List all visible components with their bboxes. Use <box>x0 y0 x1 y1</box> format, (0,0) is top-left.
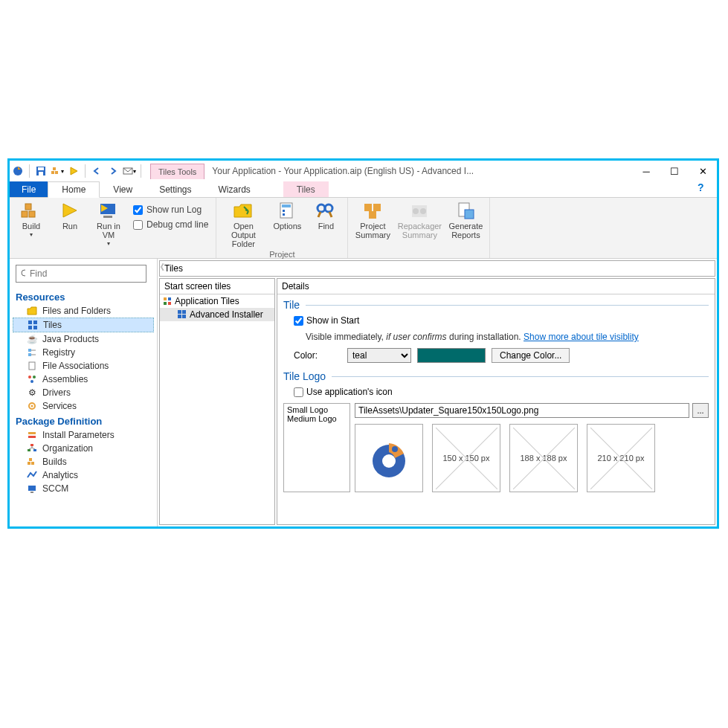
sidebar-item-tiles[interactable]: Tiles <box>13 318 154 332</box>
sidebar-item-files[interactable]: Files and Folders <box>13 304 154 318</box>
svg-rect-35 <box>28 349 31 352</box>
logo-thumb-preview[interactable] <box>355 424 423 492</box>
find-button[interactable]: Find <box>309 199 343 232</box>
tiles-tools-tab[interactable]: Tiles Tools <box>150 164 204 179</box>
logo-thumb-150[interactable]: 150 x 150 px <box>432 424 500 492</box>
svg-rect-28 <box>465 210 474 219</box>
run-button[interactable]: Run <box>53 199 87 232</box>
svg-rect-63 <box>182 310 186 314</box>
services-icon <box>26 400 38 412</box>
browse-button[interactable]: ... <box>692 403 709 418</box>
advanced-installer-node[interactable]: Advanced Installer <box>160 308 274 321</box>
svg-rect-14 <box>282 204 291 207</box>
show-log-checkbox[interactable]: Show run Log <box>130 202 211 217</box>
params-icon <box>26 429 38 441</box>
resources-header: Resources <box>13 289 154 304</box>
forward-icon[interactable] <box>106 164 120 178</box>
build-icon[interactable]: ▾ <box>51 164 64 178</box>
sidebar-item-sccm[interactable]: SCCM <box>13 482 154 495</box>
visibility-text: Visible immediately, if user confirms du… <box>306 332 639 342</box>
svg-rect-58 <box>164 297 167 300</box>
tile-section-title: Tile <box>277 294 715 312</box>
view-tab[interactable]: View <box>100 181 146 197</box>
home-tab[interactable]: Home <box>48 181 100 198</box>
logo-path-input[interactable] <box>355 403 689 418</box>
ribbon-tabs: File Home View Settings Wizards Tiles ? <box>10 181 717 198</box>
collapse-icon[interactable]: 《 <box>156 262 164 273</box>
open-output-button[interactable]: Open Output Folder <box>221 199 265 250</box>
svg-rect-16 <box>283 213 285 216</box>
wizards-tab[interactable]: Wizards <box>205 181 264 197</box>
save-icon[interactable] <box>34 164 48 178</box>
generate-reports-button[interactable]: Generate Reports <box>446 199 485 241</box>
project-summary-button[interactable]: Project Summary <box>352 199 393 241</box>
sidebar-item-install-params[interactable]: Install Parameters <box>13 428 154 442</box>
titlebar: ▾ ▾ Tiles Tools Your Application - Your … <box>10 161 717 181</box>
analytics-icon <box>26 469 38 481</box>
sidebar-item-registry[interactable]: Registry <box>13 346 154 359</box>
logo-sizes-list[interactable]: Small Logo Medium Logo <box>283 403 350 492</box>
sidebar-item-fileassoc[interactable]: File Associations <box>13 359 154 373</box>
mail-icon[interactable]: ▾ <box>123 164 136 178</box>
java-icon: ☕ <box>26 333 38 345</box>
color-select[interactable]: teal <box>347 348 411 363</box>
svg-line-51 <box>29 448 32 449</box>
maximize-button[interactable]: ☐ <box>660 161 689 181</box>
run-vm-button[interactable]: Run in VM▾ <box>91 199 126 249</box>
svg-rect-57 <box>30 492 33 493</box>
file-tab[interactable]: File <box>10 181 48 197</box>
logo-thumb-210[interactable]: 210 x 210 px <box>587 424 655 492</box>
assemblies-icon <box>26 373 38 385</box>
logo-thumb-188[interactable]: 188 x 188 px <box>509 424 578 492</box>
content-title: Tiles <box>159 260 715 277</box>
build-button[interactable]: Build▾ <box>14 199 48 240</box>
change-color-button[interactable]: Change Color... <box>492 348 570 363</box>
details-header: Details <box>277 279 715 294</box>
search-icon <box>21 269 25 278</box>
show-in-start-checkbox[interactable]: Show in Start <box>294 315 359 326</box>
run-icon[interactable] <box>67 164 80 178</box>
settings-tab[interactable]: Settings <box>146 181 204 197</box>
sidebar-item-analytics[interactable]: Analytics <box>13 468 154 482</box>
search-input[interactable] <box>30 268 141 279</box>
tile-logo-section-title: Tile Logo <box>277 366 715 384</box>
small-logo-item[interactable]: Small Logo <box>287 405 347 414</box>
sidebar-item-drivers[interactable]: ⚙Drivers <box>13 386 154 399</box>
app-icon[interactable] <box>11 164 25 178</box>
svg-line-19 <box>318 212 320 217</box>
svg-rect-8 <box>22 211 28 217</box>
sidebar-item-builds[interactable]: Builds <box>13 455 154 468</box>
svg-rect-33 <box>28 326 32 329</box>
svg-rect-9 <box>29 211 35 217</box>
svg-rect-3 <box>39 172 43 175</box>
registry-icon <box>26 347 38 358</box>
close-button[interactable]: ✕ <box>689 161 717 181</box>
left-panel: 《 Resources Files and Folders Tiles ☕Jav… <box>10 259 158 526</box>
tiles-context-tab[interactable]: Tiles <box>283 181 329 197</box>
debug-cmd-checkbox[interactable]: Debug cmd line <box>130 217 211 232</box>
sidebar-item-java[interactable]: ☕Java Products <box>13 332 154 346</box>
windows-icon <box>178 310 187 319</box>
color-swatch <box>417 348 486 363</box>
visibility-link[interactable]: Show more about tile visiblity <box>524 332 639 342</box>
application-tiles-node[interactable]: Application Tiles <box>160 294 274 308</box>
svg-point-68 <box>392 446 398 452</box>
svg-rect-21 <box>364 204 372 211</box>
sidebar-item-services[interactable]: Services <box>13 399 154 413</box>
minimize-button[interactable]: ─ <box>632 161 660 181</box>
builds-icon <box>26 456 38 468</box>
help-button[interactable]: ? <box>698 181 717 197</box>
sidebar-item-organization[interactable]: Organization <box>13 442 154 455</box>
options-button[interactable]: Options <box>270 199 304 232</box>
sidebar-item-assemblies[interactable]: Assemblies <box>13 373 154 386</box>
back-icon[interactable] <box>90 164 103 178</box>
svg-rect-61 <box>168 302 171 305</box>
medium-logo-item[interactable]: Medium Logo <box>287 414 347 423</box>
svg-point-29 <box>22 270 25 276</box>
svg-point-67 <box>382 454 396 468</box>
svg-rect-64 <box>178 315 181 318</box>
use-app-icon-checkbox[interactable]: Use application's icon <box>294 387 393 397</box>
svg-rect-53 <box>28 462 30 465</box>
svg-point-25 <box>413 208 419 214</box>
search-box[interactable] <box>16 265 146 283</box>
